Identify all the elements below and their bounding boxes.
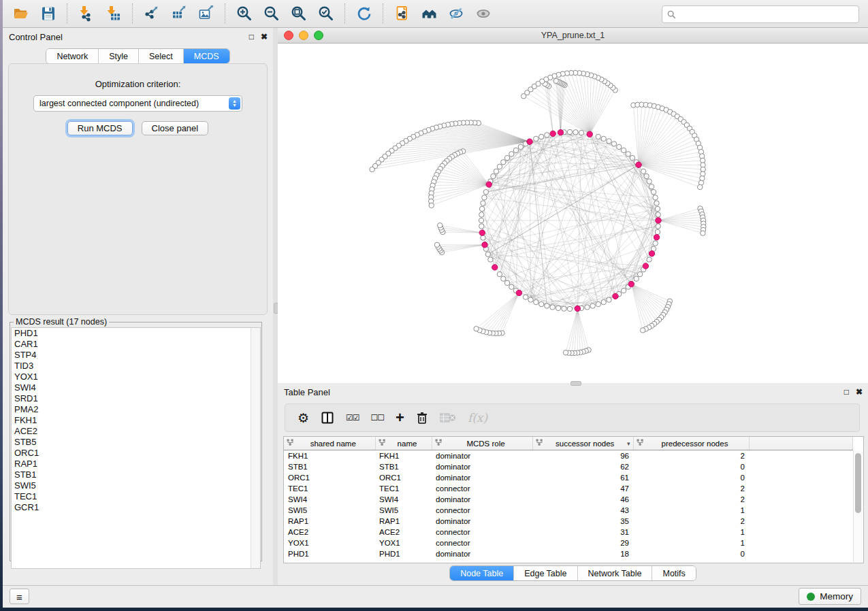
network-node[interactable] [521, 94, 526, 99]
table-cell[interactable]: 96 [532, 450, 633, 462]
column-header-predecessor-nodes[interactable]: predecessor nodes [633, 437, 749, 450]
table-cell[interactable]: YOX1 [375, 538, 432, 548]
network-node[interactable] [607, 297, 611, 302]
network-node[interactable] [539, 134, 544, 139]
network-node[interactable] [479, 224, 484, 229]
result-list-scrollbar[interactable] [251, 328, 260, 568]
network-node[interactable] [497, 271, 502, 276]
column-header-successor-nodes[interactable]: successor nodes▾ [532, 437, 633, 450]
table-cell[interactable]: connector [432, 483, 532, 494]
table-cell[interactable]: SWI4 [375, 494, 432, 505]
table-cell[interactable]: ACE2 [375, 527, 432, 538]
network-node[interactable] [637, 271, 642, 276]
column-header-MCDS-role[interactable]: MCDS role [432, 437, 532, 450]
network-hub-node[interactable] [656, 218, 661, 223]
table-cell[interactable]: 46 [532, 494, 633, 505]
mcds-result-item[interactable]: STB5 [12, 437, 260, 448]
network-node[interactable] [534, 299, 539, 304]
table-cell[interactable]: YOX1 [284, 538, 375, 548]
table-cell[interactable]: 2 [633, 483, 749, 494]
table-cell[interactable]: dominator [432, 450, 532, 462]
table-row[interactable]: PHD1PHD1dominator180 [284, 548, 853, 559]
mcds-result-item[interactable]: PMA2 [12, 404, 260, 415]
table-cell[interactable]: RAP1 [375, 516, 432, 527]
table-cell[interactable]: ACE2 [284, 527, 375, 538]
network-node[interactable] [509, 284, 514, 289]
network-node[interactable] [479, 212, 484, 217]
network-node[interactable] [601, 136, 606, 141]
table-row[interactable]: ORC1ORC1dominator610 [284, 472, 853, 483]
network-hub-node[interactable] [575, 306, 580, 311]
import-table-icon[interactable] [102, 3, 125, 24]
mcds-result-item[interactable]: ACE2 [12, 426, 260, 437]
network-node[interactable] [607, 139, 611, 144]
table-cell[interactable]: TEC1 [284, 483, 375, 494]
close-panel-icon[interactable]: ✖ [856, 388, 863, 396]
optimization-criterion-select[interactable]: largest connected component (undirected)… [33, 95, 242, 112]
task-history-list-icon[interactable]: ≡ [10, 589, 29, 604]
network-node[interactable] [567, 306, 572, 311]
network-node[interactable] [482, 195, 487, 200]
network-node[interactable] [698, 184, 703, 189]
table-row[interactable]: STB1STB1dominator620 [284, 461, 853, 472]
table-cell[interactable]: connector [432, 505, 532, 516]
network-from-selection-icon[interactable] [391, 3, 414, 24]
export-network-icon[interactable] [140, 3, 163, 24]
float-panel-icon[interactable]: □ [249, 33, 254, 41]
show-columns-icon[interactable] [321, 411, 334, 425]
network-hub-node[interactable] [482, 242, 487, 248]
network-node[interactable] [647, 257, 652, 262]
table-cell[interactable]: SWI5 [284, 505, 375, 516]
network-node[interactable] [656, 212, 660, 217]
network-node[interactable] [550, 305, 555, 310]
network-hub-node[interactable] [628, 281, 634, 286]
import-network-icon[interactable] [75, 3, 98, 24]
network-node[interactable] [491, 174, 496, 178]
export-image-icon[interactable] [195, 3, 218, 24]
mcds-result-item[interactable]: SRD1 [12, 393, 260, 404]
table-cell[interactable]: SWI4 [284, 494, 375, 505]
table-cell[interactable]: dominator [432, 461, 532, 472]
network-node[interactable] [545, 133, 549, 137]
network-node[interactable] [617, 144, 622, 149]
network-node[interactable] [479, 218, 483, 222]
network-node[interactable] [626, 152, 630, 156]
chevron-down-icon[interactable]: ▾ [627, 440, 630, 447]
table-cell[interactable]: dominator [432, 516, 532, 527]
table-cell[interactable]: TEC1 [375, 483, 432, 494]
network-hub-node[interactable] [587, 131, 592, 137]
mcds-result-item[interactable]: SWI4 [12, 382, 260, 393]
network-node[interactable] [641, 328, 645, 333]
table-row[interactable]: RAP1RAP1dominator352 [284, 516, 853, 527]
table-cell[interactable]: STB1 [375, 461, 432, 472]
close-panel-button[interactable]: Close panel [142, 121, 209, 135]
table-cell[interactable]: 47 [532, 483, 633, 494]
network-node[interactable] [630, 155, 634, 160]
network-node[interactable] [494, 169, 498, 174]
network-hub-node[interactable] [492, 265, 498, 270]
network-node[interactable] [649, 184, 654, 189]
table-cell[interactable]: FKH1 [284, 450, 375, 462]
mcds-result-item[interactable]: CAR1 [12, 339, 260, 350]
network-node[interactable] [647, 179, 652, 184]
table-cell[interactable]: 2 [633, 450, 749, 462]
network-hub-node[interactable] [516, 290, 521, 295]
mcds-result-item[interactable]: STB1 [12, 469, 260, 480]
network-node[interactable] [528, 297, 533, 302]
birds-eye-icon[interactable] [472, 3, 496, 24]
table-row[interactable]: ACE2ACE2connector311 [284, 527, 853, 538]
table-cell[interactable]: PHD1 [375, 548, 432, 559]
table-cell[interactable]: dominator [432, 472, 532, 483]
mcds-result-item[interactable]: PHD1 [12, 328, 260, 339]
table-cell[interactable]: 1 [633, 527, 749, 538]
tab-edge-table[interactable]: Edge Table [513, 566, 577, 580]
network-node[interactable] [655, 206, 660, 211]
network-node[interactable] [562, 306, 566, 311]
network-node[interactable] [497, 164, 502, 169]
table-cell[interactable]: 0 [633, 461, 749, 472]
select-all-icon[interactable]: ☑☑ [346, 413, 359, 423]
export-table-icon[interactable] [167, 3, 191, 24]
tab-mcds[interactable]: MCDS [183, 49, 229, 63]
network-node[interactable] [509, 152, 514, 156]
table-cell[interactable]: 29 [532, 538, 633, 548]
